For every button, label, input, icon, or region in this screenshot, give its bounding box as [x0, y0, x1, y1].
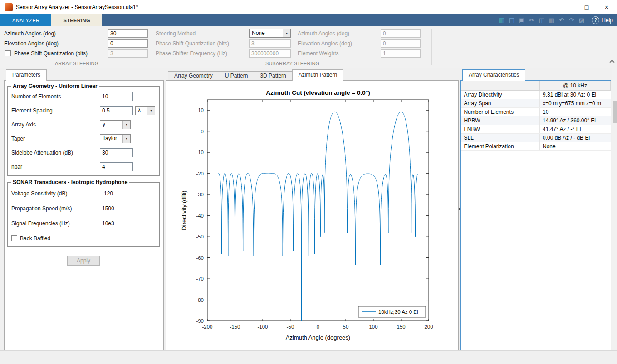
sidelobe-attenuation-input[interactable] — [100, 148, 133, 157]
parameters-panel: Parameters Array Geometry - Uniform Line… — [4, 69, 164, 352]
tab-analyzer[interactable]: ANALYZER — [0, 14, 51, 26]
voltage-sensitivity-input[interactable] — [100, 189, 157, 198]
svg-text:50: 50 — [343, 324, 349, 330]
sonar-transducers-groupbox: SONAR Transducers - Isotropic Hydrophone… — [7, 182, 160, 247]
plot-panel-body: -200-150-100-50050100150200100-10-20-30-… — [166, 80, 459, 352]
svg-text:-50: -50 — [287, 324, 294, 330]
back-baffled-checkbox[interactable] — [11, 235, 17, 241]
num-elements-label: Number of Elements — [11, 92, 61, 101]
maximize-button[interactable]: □ — [577, 0, 597, 14]
steering-toolstrip: Azimuth Angles (deg) Elevation Angles (d… — [0, 26, 617, 68]
voltage-sensitivity-label: Voltage Sensitivity (dB) — [11, 189, 67, 198]
nbar-input[interactable] — [100, 162, 133, 171]
row-label: Element Polarization — [461, 142, 540, 151]
row-value: x=0 m y=675 mm z=0 m — [540, 99, 611, 108]
tab-azimuth-pattern[interactable]: Azimuth Pattern — [292, 69, 343, 81]
title-bar: Sensor Array Analyzer - SensorArraySessi… — [0, 0, 617, 14]
tab-array-geometry[interactable]: Array Geometry — [168, 71, 219, 80]
layout-icon[interactable]: ▦ — [498, 17, 505, 24]
propagation-speed-input[interactable] — [100, 204, 157, 213]
tab-steering[interactable]: STEERING — [51, 14, 102, 26]
undo-icon[interactable]: ↶ — [558, 17, 565, 24]
steering-method-label: Steering Method — [156, 29, 196, 38]
array-azimuth-input[interactable] — [108, 29, 148, 38]
row-label: Array Span — [461, 99, 540, 108]
array-elevation-input[interactable] — [108, 39, 148, 48]
array-geometry-group-title: Array Geometry - Uniform Linear — [11, 83, 99, 89]
tab-parameters[interactable]: Parameters — [6, 69, 47, 81]
array-steering-group: Azimuth Angles (deg) Elevation Angles (d… — [0, 26, 153, 68]
phase-freq-input[interactable] — [249, 49, 291, 58]
plot-title: Azimuth Cut (elevation angle = 0.0°) — [266, 89, 370, 96]
array-axis-select[interactable]: y ▾ — [100, 120, 131, 129]
sub-elevation-input[interactable] — [381, 39, 421, 48]
signal-frequencies-label: Signal Frequencies (Hz) — [11, 219, 70, 228]
table-header-row: @ 10 kHz — [461, 81, 611, 91]
element-spacing-input[interactable] — [100, 106, 133, 115]
save-session-icon[interactable]: ▣ — [518, 17, 525, 24]
element-weights-input[interactable] — [381, 49, 421, 58]
tab-3d-pattern[interactable]: 3D Pattern — [254, 71, 292, 80]
matlab-app-icon — [5, 3, 13, 11]
sidelobe-attenuation-label: Sidelobe Attenuation (dB) — [11, 148, 73, 157]
chevron-down-icon: ▾ — [122, 121, 130, 129]
signal-frequencies-input[interactable] — [100, 219, 157, 228]
paste-icon[interactable]: ▥ — [548, 17, 555, 24]
scrollbar-thumb[interactable] — [613, 101, 617, 123]
copy-icon[interactable]: ◫ — [538, 17, 545, 24]
svg-text:-60: -60 — [196, 255, 204, 261]
collapse-ribbon-icon[interactable] — [609, 59, 614, 64]
svg-text:0: 0 — [317, 324, 319, 330]
table-row: Array Directivity 9.31 dBi at 30 Az; 0 E… — [461, 91, 611, 99]
redo-icon[interactable]: ↷ — [568, 17, 575, 24]
toolstrip-tab-row: ANALYZER STEERING ▦ ▤ ▣ ✂ ◫ ▥ ↶ ↷ ▨ ? He… — [0, 14, 617, 26]
element-weights-label: Element Weights — [298, 49, 339, 58]
row-label: FNBW — [461, 125, 540, 134]
array-steering-caption: ARRAY STEERING — [0, 61, 153, 66]
vertical-scrollbar[interactable] — [612, 68, 617, 352]
quick-access-toolbar: ▦ ▤ ▣ ✂ ◫ ▥ ↶ ↷ ▨ ? Help — [498, 14, 613, 26]
apply-button[interactable]: Apply — [67, 256, 100, 266]
taper-select[interactable]: Taylor ▾ — [100, 134, 131, 143]
svg-text:0: 0 — [201, 129, 204, 134]
sub-azimuth-input[interactable] — [381, 29, 421, 38]
parameters-tab-strip: Parameters — [4, 69, 164, 81]
phase-quant-input[interactable] — [108, 49, 148, 58]
row-value: 14.99° Az / 360.00° El — [540, 116, 611, 125]
row-label: Number of Elements — [461, 108, 540, 116]
row-value: 9.31 dBi at 30 Az; 0 El — [540, 91, 611, 99]
table-row: Array Span x=0 m y=675 mm z=0 m — [461, 99, 611, 108]
status-bar — [0, 350, 617, 364]
tab-u-pattern[interactable]: U Pattern — [219, 71, 255, 80]
svg-text:-30: -30 — [196, 192, 204, 197]
phase-freq-label: Phase Shifter Frequency (Hz) — [156, 49, 227, 58]
array-characteristics-panel: Array Characteristics @ 10 kHz Array Dir… — [460, 69, 611, 352]
characteristics-corner-cell — [461, 81, 540, 91]
nbar-label: nbar — [11, 162, 22, 171]
window-title: Sensor Array Analyzer - SensorArraySessi… — [16, 4, 138, 10]
steering-method-select[interactable]: None ▾ — [249, 29, 291, 38]
element-spacing-unit-select[interactable]: λ ▾ — [135, 106, 155, 115]
steering-method-value: None — [250, 29, 283, 37]
svg-text:-20: -20 — [196, 171, 204, 176]
legend-entry: 10kHz;30 Az 0 El — [378, 309, 418, 315]
cut-icon[interactable]: ✂ — [528, 17, 535, 24]
azimuth-cut-chart-svg: -200-150-100-50050100150200100-10-20-30-… — [167, 81, 458, 351]
phase-quant-checkbox[interactable] — [5, 50, 11, 56]
parameters-panel-body: Array Geometry - Uniform Linear Number o… — [4, 80, 164, 352]
characteristics-frequency-header: @ 10 kHz — [540, 81, 611, 91]
print-icon[interactable]: ▨ — [578, 17, 585, 24]
close-button[interactable]: × — [597, 0, 617, 14]
help-label: Help — [602, 17, 613, 24]
minimize-button[interactable]: – — [557, 0, 577, 14]
sensor-array-analyzer-window: Sensor Array Analyzer - SensorArraySessi… — [0, 0, 617, 364]
tab-array-characteristics[interactable]: Array Characteristics — [462, 69, 525, 81]
svg-text:100: 100 — [369, 324, 377, 330]
export-figure-icon[interactable]: ▤ — [508, 17, 515, 24]
num-elements-input[interactable] — [100, 92, 133, 101]
help-button[interactable]: ? Help — [592, 16, 613, 24]
sub-phase-quant-input[interactable] — [249, 39, 291, 48]
array-characteristics-table: @ 10 kHz Array Directivity 9.31 dBi at 3… — [461, 81, 611, 151]
row-label: SLL — [461, 134, 540, 142]
azimuth-cut-plot: -200-150-100-50050100150200100-10-20-30-… — [167, 81, 458, 353]
